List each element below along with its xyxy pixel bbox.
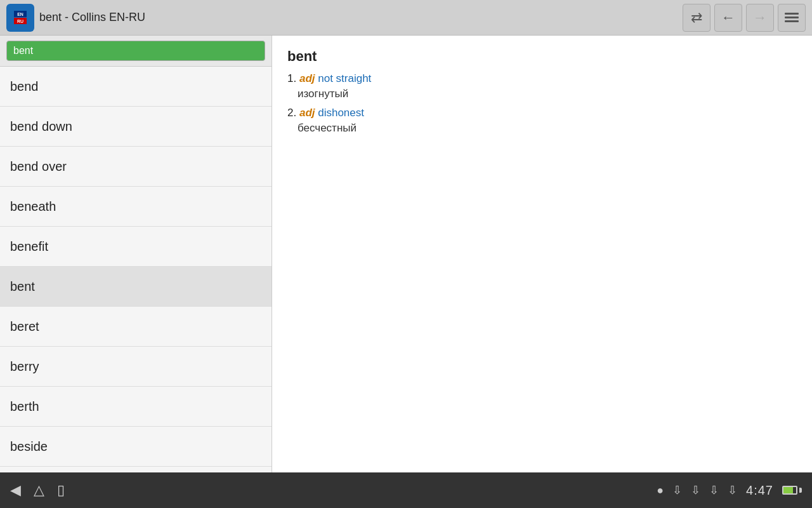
search-input[interactable] xyxy=(6,41,265,61)
definition-line: 1. adj not straight xyxy=(287,72,797,85)
bottombar: ◀ △ ▯ ● ⇩ ⇩ ⇩ ⇩ 4:47 xyxy=(0,472,812,508)
left-panel: bendbend downbend overbeneathbenefitbent… xyxy=(0,36,272,472)
logo-icon: EN RU xyxy=(6,4,34,32)
battery-icon xyxy=(782,486,802,495)
def-pos: adj xyxy=(299,107,315,119)
word-item-berth[interactable]: berth xyxy=(0,387,272,427)
definition-line: 2. adj dishonest xyxy=(287,107,797,119)
definitions: 1. adj not straightизогнутый2. adj disho… xyxy=(287,72,797,135)
forward-button[interactable]: → xyxy=(746,4,774,32)
word-item-berry[interactable]: berry xyxy=(0,347,272,387)
battery-tip xyxy=(799,488,802,493)
battery-body xyxy=(782,486,797,495)
download-icon-2: ⇩ xyxy=(691,483,700,497)
back-nav-button[interactable]: ◀ xyxy=(10,482,21,498)
menu-line-3 xyxy=(785,20,799,22)
flag-ru: RU xyxy=(14,18,27,24)
right-panel: bent 1. adj not straightизогнутый2. adj … xyxy=(272,36,812,472)
def-pos: adj xyxy=(299,72,315,84)
swap-button[interactable]: ⇄ xyxy=(683,4,710,32)
topbar: EN RU bent - Collins EN-RU ⇄ ← → xyxy=(0,0,812,36)
word-item-bend-over[interactable]: bend over xyxy=(0,147,272,187)
back-button[interactable]: ← xyxy=(714,4,742,32)
download-icon-1: ⇩ xyxy=(672,483,682,497)
word-item-beret[interactable]: beret xyxy=(0,307,272,347)
flag-en: EN xyxy=(14,11,27,17)
def-translation: изогнутый xyxy=(298,88,797,100)
battery-fill xyxy=(783,487,793,493)
word-item-bend-down[interactable]: bend down xyxy=(0,107,272,147)
bottom-right: ● ⇩ ⇩ ⇩ ⇩ 4:47 xyxy=(657,483,802,498)
download-icon-4: ⇩ xyxy=(728,483,737,497)
word-item-beside[interactable]: beside xyxy=(0,427,272,467)
def-text: dishonest xyxy=(318,107,364,119)
app-title: bent - Collins EN-RU xyxy=(39,11,145,24)
word-item-bent[interactable]: bent xyxy=(0,267,272,307)
status-icon-1: ● xyxy=(657,484,664,497)
word-item-beneath[interactable]: beneath xyxy=(0,187,272,227)
def-translation: бесчестный xyxy=(298,122,797,135)
def-num: 1. xyxy=(287,72,296,84)
search-bar xyxy=(0,36,272,67)
recents-button[interactable]: ▯ xyxy=(57,482,65,498)
def-text: not straight xyxy=(318,72,371,84)
home-button[interactable]: △ xyxy=(34,482,44,498)
def-num: 2. xyxy=(287,107,296,119)
word-item-benefit[interactable]: benefit xyxy=(0,227,272,267)
entry-word: bent xyxy=(287,48,797,65)
time-display: 4:47 xyxy=(746,483,773,498)
main: bendbend downbend overbeneathbenefitbent… xyxy=(0,36,812,472)
menu-line-2 xyxy=(785,17,799,18)
download-icon-3: ⇩ xyxy=(709,483,719,497)
word-list: bendbend downbend overbeneathbenefitbent… xyxy=(0,67,272,472)
word-item-bend[interactable]: bend xyxy=(0,67,272,107)
menu-button[interactable] xyxy=(778,4,806,32)
logo-area: EN RU bent - Collins EN-RU xyxy=(6,4,679,32)
menu-line-1 xyxy=(785,13,799,15)
